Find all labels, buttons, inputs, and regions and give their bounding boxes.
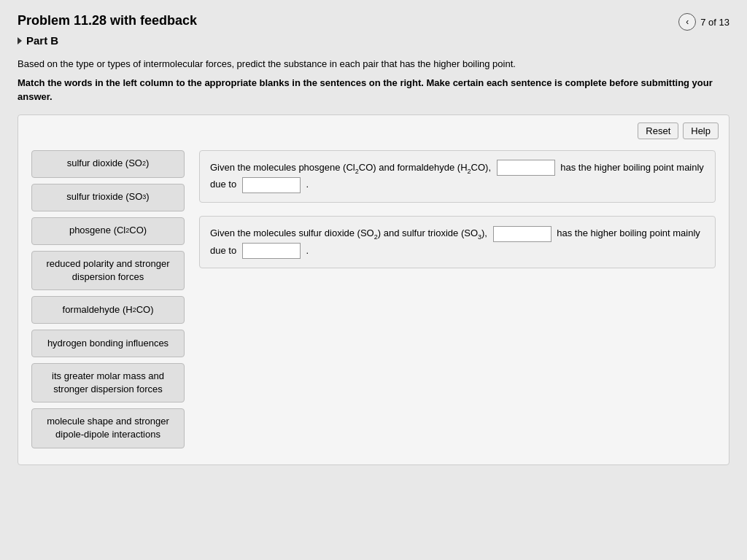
- sentence-block-1: Given the molecules phosgene (Cl2CO) and…: [199, 150, 716, 203]
- sentence2-suffix: .: [306, 245, 309, 256]
- list-item[interactable]: molecule shape and stronger dipole-dipol…: [31, 408, 185, 448]
- list-item[interactable]: sulfur dioxide (SO2): [31, 150, 185, 178]
- prev-button[interactable]: ‹: [678, 13, 696, 31]
- problem-title: Problem 11.28 with feedback: [18, 13, 729, 28]
- list-item[interactable]: reduced polarity and stronger dispersion…: [31, 251, 185, 290]
- list-item[interactable]: its greater molar mass and stronger disp…: [31, 363, 185, 402]
- part-label: Part B: [26, 34, 58, 47]
- reset-button[interactable]: Reset: [638, 122, 678, 139]
- list-item[interactable]: sulfur trioxide (SO3): [31, 184, 185, 211]
- sentence2-prefix: Given the molecules sulfur dioxide (SO2)…: [210, 228, 490, 238]
- sentence-block-2: Given the molecules sulfur dioxide (SO2)…: [199, 216, 716, 268]
- instruction-line2: Match the words in the left column to th…: [18, 76, 729, 104]
- drop-blank-1[interactable]: [497, 160, 555, 176]
- sentence1-suffix: .: [306, 179, 309, 190]
- action-buttons: Reset Help: [638, 122, 719, 139]
- drop-blank-4[interactable]: [242, 243, 301, 259]
- drop-blank-3[interactable]: [493, 226, 551, 242]
- nav-counter: 7 of 13: [700, 17, 729, 28]
- sentence1-prefix: Given the molecules phosgene (Cl2CO) and…: [210, 162, 494, 173]
- instruction-line1: Based on the type or types of intermolec…: [18, 57, 729, 71]
- help-button[interactable]: Help: [683, 122, 719, 139]
- right-column: Given the molecules phosgene (Cl2CO) and…: [199, 150, 716, 448]
- list-item[interactable]: formaldehyde (H2CO): [31, 296, 185, 324]
- list-item[interactable]: phosgene (Cl2CO): [31, 217, 185, 245]
- collapse-triangle[interactable]: [18, 37, 22, 44]
- left-column: sulfur dioxide (SO2) sulfur trioxide (SO…: [31, 150, 185, 448]
- main-content-box: Reset Help sulfur dioxide (SO2) sulfur t…: [18, 114, 729, 465]
- list-item[interactable]: hydrogen bonding influences: [31, 330, 185, 357]
- drop-blank-2[interactable]: [242, 177, 301, 193]
